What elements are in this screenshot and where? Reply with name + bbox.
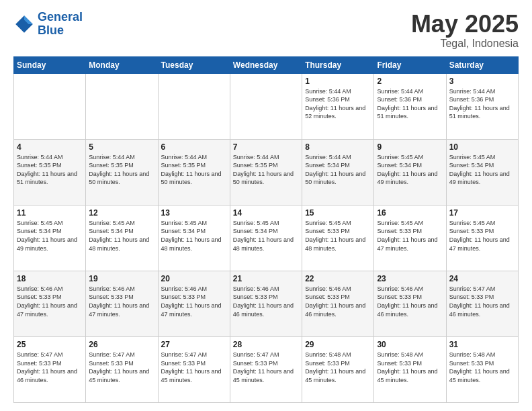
- day-number: 15: [305, 208, 371, 218]
- day-info: Sunrise: 5:44 AMSunset: 5:34 PMDaylight:…: [305, 154, 365, 186]
- calendar-week-row: 11 Sunrise: 5:45 AMSunset: 5:34 PMDaylig…: [14, 205, 519, 271]
- calendar-cell: 12 Sunrise: 5:45 AMSunset: 5:34 PMDaylig…: [86, 205, 158, 271]
- calendar-cell: 29 Sunrise: 5:48 AMSunset: 5:33 PMDaylig…: [302, 336, 374, 402]
- day-info: Sunrise: 5:47 AMSunset: 5:33 PMDaylight:…: [161, 351, 222, 383]
- calendar-cell: 22 Sunrise: 5:46 AMSunset: 5:33 PMDaylig…: [302, 271, 374, 336]
- day-info: Sunrise: 5:48 AMSunset: 5:33 PMDaylight:…: [449, 351, 510, 383]
- day-info: Sunrise: 5:46 AMSunset: 5:33 PMDaylight:…: [17, 285, 77, 318]
- day-info: Sunrise: 5:47 AMSunset: 5:33 PMDaylight:…: [89, 351, 149, 383]
- day-info: Sunrise: 5:45 AMSunset: 5:33 PMDaylight:…: [305, 220, 365, 252]
- day-info: Sunrise: 5:45 AMSunset: 5:34 PMDaylight:…: [161, 220, 222, 252]
- calendar-cell: 18 Sunrise: 5:46 AMSunset: 5:33 PMDaylig…: [14, 271, 86, 336]
- day-info: Sunrise: 5:44 AMSunset: 5:36 PMDaylight:…: [377, 88, 437, 120]
- day-number: 31: [449, 340, 515, 349]
- day-info: Sunrise: 5:45 AMSunset: 5:33 PMDaylight:…: [449, 220, 510, 252]
- day-number: 24: [449, 274, 515, 283]
- day-number: 2: [377, 77, 443, 86]
- calendar-cell: [14, 73, 86, 139]
- calendar-cell: 1 Sunrise: 5:44 AMSunset: 5:36 PMDayligh…: [302, 73, 374, 139]
- day-info: Sunrise: 5:45 AMSunset: 5:34 PMDaylight:…: [377, 154, 437, 186]
- day-number: 21: [233, 274, 299, 283]
- day-number: 9: [377, 142, 443, 152]
- day-info: Sunrise: 5:44 AMSunset: 5:35 PMDaylight:…: [233, 154, 294, 186]
- calendar-cell: 17 Sunrise: 5:45 AMSunset: 5:33 PMDaylig…: [446, 205, 518, 271]
- day-number: 1: [305, 77, 371, 86]
- day-info: Sunrise: 5:45 AMSunset: 5:34 PMDaylight:…: [17, 220, 77, 252]
- calendar-cell: [230, 73, 302, 139]
- logo-line1: General: [38, 10, 83, 24]
- day-number: 7: [233, 142, 299, 152]
- day-number: 26: [89, 340, 154, 349]
- day-info: Sunrise: 5:44 AMSunset: 5:35 PMDaylight:…: [89, 154, 149, 186]
- calendar-cell: [158, 73, 230, 139]
- day-header-thursday: Thursday: [302, 56, 374, 73]
- calendar-cell: 25 Sunrise: 5:47 AMSunset: 5:33 PMDaylig…: [14, 336, 86, 402]
- calendar-cell: 26 Sunrise: 5:47 AMSunset: 5:33 PMDaylig…: [86, 336, 158, 402]
- day-number: 29: [305, 340, 371, 349]
- calendar-cell: 24 Sunrise: 5:47 AMSunset: 5:33 PMDaylig…: [446, 271, 518, 336]
- day-number: 6: [161, 142, 227, 152]
- calendar-cell: 14 Sunrise: 5:45 AMSunset: 5:34 PMDaylig…: [230, 205, 302, 271]
- day-info: Sunrise: 5:46 AMSunset: 5:33 PMDaylight:…: [305, 285, 365, 318]
- calendar-week-row: 1 Sunrise: 5:44 AMSunset: 5:36 PMDayligh…: [14, 73, 519, 139]
- day-number: 19: [89, 274, 154, 283]
- day-number: 25: [17, 340, 83, 349]
- day-number: 22: [305, 274, 371, 283]
- day-number: 14: [233, 208, 299, 218]
- day-info: Sunrise: 5:48 AMSunset: 5:33 PMDaylight:…: [377, 351, 437, 383]
- day-header-tuesday: Tuesday: [158, 56, 230, 73]
- calendar-cell: 27 Sunrise: 5:47 AMSunset: 5:33 PMDaylig…: [158, 336, 230, 402]
- day-header-saturday: Saturday: [446, 56, 518, 73]
- calendar-cell: 7 Sunrise: 5:44 AMSunset: 5:35 PMDayligh…: [230, 139, 302, 205]
- calendar-cell: 20 Sunrise: 5:46 AMSunset: 5:33 PMDaylig…: [158, 271, 230, 336]
- month-title: May 2025: [411, 11, 519, 38]
- day-number: 5: [89, 142, 154, 152]
- calendar-week-row: 18 Sunrise: 5:46 AMSunset: 5:33 PMDaylig…: [14, 271, 519, 336]
- day-number: 27: [161, 340, 227, 349]
- day-number: 13: [161, 208, 227, 218]
- day-header-sunday: Sunday: [14, 56, 86, 73]
- calendar-cell: 2 Sunrise: 5:44 AMSunset: 5:36 PMDayligh…: [374, 73, 446, 139]
- logo-line2: Blue: [38, 24, 64, 37]
- day-info: Sunrise: 5:44 AMSunset: 5:35 PMDaylight:…: [161, 154, 222, 186]
- day-info: Sunrise: 5:44 AMSunset: 5:36 PMDaylight:…: [305, 88, 365, 120]
- day-number: 12: [89, 208, 154, 218]
- calendar-cell: 31 Sunrise: 5:48 AMSunset: 5:33 PMDaylig…: [446, 336, 518, 402]
- day-number: 20: [161, 274, 227, 283]
- calendar-cell: 3 Sunrise: 5:44 AMSunset: 5:36 PMDayligh…: [446, 73, 518, 139]
- day-header-monday: Monday: [86, 56, 158, 73]
- day-number: 4: [17, 142, 83, 152]
- day-header-friday: Friday: [374, 56, 446, 73]
- day-info: Sunrise: 5:45 AMSunset: 5:34 PMDaylight:…: [233, 220, 294, 252]
- location: Tegal, Indonesia: [411, 38, 519, 50]
- calendar-cell: 13 Sunrise: 5:45 AMSunset: 5:34 PMDaylig…: [158, 205, 230, 271]
- calendar-week-row: 4 Sunrise: 5:44 AMSunset: 5:35 PMDayligh…: [14, 139, 519, 205]
- calendar-cell: 16 Sunrise: 5:45 AMSunset: 5:33 PMDaylig…: [374, 205, 446, 271]
- calendar-cell: 30 Sunrise: 5:48 AMSunset: 5:33 PMDaylig…: [374, 336, 446, 402]
- header: General Blue May 2025 Tegal, Indonesia: [13, 11, 519, 50]
- day-number: 28: [233, 340, 299, 349]
- calendar-cell: 28 Sunrise: 5:47 AMSunset: 5:33 PMDaylig…: [230, 336, 302, 402]
- day-info: Sunrise: 5:44 AMSunset: 5:36 PMDaylight:…: [449, 88, 510, 120]
- calendar-cell: 21 Sunrise: 5:46 AMSunset: 5:33 PMDaylig…: [230, 271, 302, 336]
- calendar-header-row: SundayMondayTuesdayWednesdayThursdayFrid…: [14, 56, 519, 73]
- calendar-cell: 15 Sunrise: 5:45 AMSunset: 5:33 PMDaylig…: [302, 205, 374, 271]
- calendar-week-row: 25 Sunrise: 5:47 AMSunset: 5:33 PMDaylig…: [14, 336, 519, 402]
- day-info: Sunrise: 5:47 AMSunset: 5:33 PMDaylight:…: [233, 351, 294, 383]
- day-number: 17: [449, 208, 515, 218]
- day-info: Sunrise: 5:45 AMSunset: 5:33 PMDaylight:…: [377, 220, 437, 252]
- day-info: Sunrise: 5:46 AMSunset: 5:33 PMDaylight:…: [89, 285, 149, 318]
- calendar-cell: 23 Sunrise: 5:46 AMSunset: 5:33 PMDaylig…: [374, 271, 446, 336]
- calendar-table: SundayMondayTuesdayWednesdayThursdayFrid…: [13, 56, 519, 403]
- day-number: 16: [377, 208, 443, 218]
- calendar-cell: 9 Sunrise: 5:45 AMSunset: 5:34 PMDayligh…: [374, 139, 446, 205]
- calendar-cell: 5 Sunrise: 5:44 AMSunset: 5:35 PMDayligh…: [86, 139, 158, 205]
- day-number: 18: [17, 274, 83, 283]
- calendar-cell: 19 Sunrise: 5:46 AMSunset: 5:33 PMDaylig…: [86, 271, 158, 336]
- day-info: Sunrise: 5:47 AMSunset: 5:33 PMDaylight:…: [449, 285, 510, 318]
- day-number: 8: [305, 142, 371, 152]
- logo-icon: [13, 13, 35, 35]
- day-number: 23: [377, 274, 443, 283]
- calendar-cell: 6 Sunrise: 5:44 AMSunset: 5:35 PMDayligh…: [158, 139, 230, 205]
- logo: General Blue: [13, 11, 83, 38]
